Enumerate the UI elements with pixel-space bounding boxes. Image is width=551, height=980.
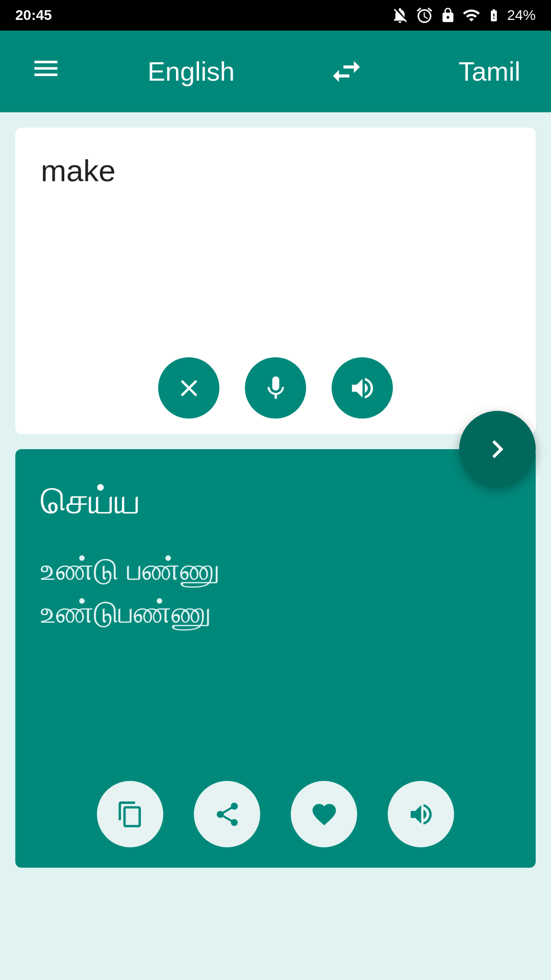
send-icon: [480, 431, 515, 467]
translation-primary-text: செய்ய: [41, 480, 510, 523]
translation-output-area: செய்ய உண்டு பண்ணு உண்டுபண்ணு: [15, 449, 536, 868]
battery-level: 24%: [507, 7, 536, 23]
bell-off-icon: [391, 6, 409, 24]
heart-icon: [310, 800, 338, 828]
translation-secondary-line2: உண்டுபண்ணு: [41, 595, 211, 629]
translate-fab-button[interactable]: [459, 411, 536, 487]
volume-translation-icon: [407, 800, 435, 828]
translation-secondary-line1: உண்டு பண்ணு: [41, 552, 220, 586]
menu-button[interactable]: [31, 53, 61, 90]
alarm-icon: [415, 6, 434, 24]
copy-icon: [116, 800, 144, 828]
charging-icon: [487, 8, 501, 22]
target-language-label[interactable]: Tamil: [459, 56, 520, 87]
swap-languages-button[interactable]: [321, 46, 372, 97]
close-icon: [175, 374, 203, 402]
share-button[interactable]: [194, 781, 260, 847]
hamburger-icon: [31, 53, 61, 84]
source-language-label[interactable]: English: [147, 56, 235, 87]
status-bar: 20:45 24%: [0, 0, 551, 31]
swap-icon: [329, 54, 364, 89]
source-input-area: [15, 128, 536, 434]
app-header: English Tamil: [0, 31, 551, 112]
share-icon: [213, 800, 241, 828]
mic-icon: [262, 374, 290, 402]
microphone-button[interactable]: [245, 357, 306, 419]
copy-button[interactable]: [97, 781, 163, 847]
translation-action-buttons: [97, 781, 454, 847]
favorite-button[interactable]: [291, 781, 357, 847]
speak-translation-button[interactable]: [388, 781, 454, 847]
status-time: 20:45: [15, 7, 52, 23]
status-icons: 24%: [391, 6, 536, 24]
signal-icon: [462, 6, 481, 24]
translation-secondary-text: உண்டு பண்ணு உண்டுபண்ணு: [41, 548, 510, 634]
source-action-buttons: [158, 357, 393, 419]
speak-source-button[interactable]: [332, 357, 393, 419]
source-text-input[interactable]: [41, 153, 510, 364]
clear-button[interactable]: [158, 357, 219, 419]
lock-icon: [440, 7, 456, 23]
volume-icon: [348, 374, 377, 402]
